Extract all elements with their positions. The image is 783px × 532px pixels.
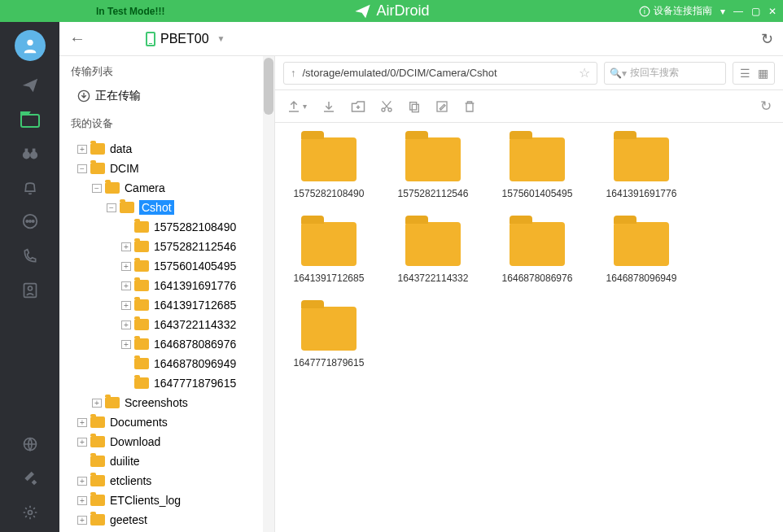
folder-item[interactable]: 1646878086976 (498, 222, 576, 284)
download-button[interactable] (322, 99, 336, 114)
expand-icon[interactable]: + (77, 418, 87, 427)
folder-label: 1647771879615 (294, 357, 365, 368)
expand-icon[interactable]: + (92, 399, 102, 408)
tree-node[interactable]: +1641391712685 (59, 295, 274, 315)
folder-item[interactable]: 1575282108490 (290, 137, 368, 199)
tree-node[interactable]: +Download (59, 432, 274, 451)
expand-icon[interactable]: + (77, 496, 87, 505)
folder-item[interactable]: 1643722114332 (394, 222, 472, 284)
tree-label: 1641391691776 (154, 279, 236, 292)
folder-icon (90, 456, 105, 467)
up-arrow-icon[interactable]: ↑ (291, 67, 296, 79)
tree-node[interactable]: −Cshot (59, 198, 274, 217)
scrollbar-thumb[interactable] (264, 58, 273, 115)
svg-point-10 (28, 220, 30, 222)
tree-label: 1646878096949 (154, 357, 236, 370)
expand-icon[interactable]: + (121, 301, 131, 310)
avatar[interactable] (15, 30, 46, 61)
folder-label: 1575601405495 (502, 188, 573, 199)
maximize-button[interactable]: ▢ (751, 6, 760, 17)
favorite-star-icon[interactable]: ☆ (579, 65, 590, 81)
tree-node[interactable]: 1575282108490 (59, 217, 274, 237)
tree-node[interactable]: +geetest (59, 510, 274, 530)
folder-item[interactable]: 1575601405495 (498, 137, 576, 199)
bell-icon[interactable] (20, 178, 40, 198)
folder-icon (510, 222, 565, 266)
call-icon[interactable] (20, 246, 40, 266)
folder-icon (90, 514, 105, 525)
tree-node[interactable]: 1646878096949 (59, 354, 274, 373)
svg-text:i: i (644, 7, 645, 15)
expand-icon[interactable]: + (121, 340, 131, 349)
globe-icon[interactable] (20, 434, 40, 454)
settings-icon[interactable] (20, 503, 40, 522)
delete-button[interactable] (463, 99, 476, 114)
tree-node[interactable]: −DCIM (59, 159, 274, 178)
folder-item[interactable]: 1641391691776 (602, 137, 680, 199)
folder-grid: 1575282108490157528211254615756014054951… (275, 123, 783, 532)
new-folder-button[interactable] (351, 100, 365, 113)
expand-icon[interactable]: + (121, 262, 131, 271)
copy-button[interactable] (408, 99, 421, 114)
files-icon[interactable] (20, 110, 40, 129)
expand-icon[interactable]: + (121, 242, 131, 251)
svg-rect-3 (21, 115, 39, 127)
collapse-icon[interactable]: − (107, 203, 116, 212)
tree-node[interactable]: +data (59, 139, 274, 159)
collapse-icon[interactable]: − (77, 164, 87, 173)
search-icon: 🔍▾ (610, 68, 627, 79)
tree-node[interactable]: −Camera (59, 178, 274, 198)
binoculars-icon[interactable] (20, 144, 40, 164)
connection-guide-link[interactable]: i 设备连接指南 (639, 4, 712, 18)
minimize-button[interactable]: — (733, 6, 743, 17)
svg-point-13 (28, 286, 32, 290)
collapse-icon[interactable]: − (92, 184, 102, 193)
tree-node[interactable]: +Documents (59, 412, 274, 432)
tree-label: ETClients_log (110, 494, 181, 507)
expand-icon[interactable]: + (121, 281, 131, 290)
folder-icon (614, 137, 669, 181)
tree-node[interactable]: 1647771879615 (59, 373, 274, 393)
tree-node[interactable]: +Screenshots (59, 393, 274, 412)
expand-icon[interactable]: + (77, 145, 87, 154)
list-view-button[interactable]: ☰ (737, 65, 753, 81)
path-box[interactable]: ↑ /storage/emulated/0/DCIM/Camera/Cshot … (283, 62, 597, 85)
folder-label: 1646878096949 (606, 273, 677, 284)
expand-icon[interactable]: + (77, 438, 87, 447)
contacts-icon[interactable] (20, 281, 40, 300)
folder-item[interactable]: 1575282112546 (394, 137, 472, 199)
message-icon[interactable] (20, 212, 40, 232)
folder-item[interactable]: 1641391712685 (290, 222, 368, 284)
expand-icon[interactable]: + (77, 477, 87, 486)
upload-button[interactable]: ▾ (287, 99, 307, 114)
minimize-to-tray-button[interactable]: ▾ (720, 6, 725, 17)
scrollbar-track[interactable] (263, 56, 274, 532)
close-button[interactable]: ✕ (768, 6, 776, 17)
cut-button[interactable] (380, 99, 393, 114)
tree-node[interactable]: +1575282112546 (59, 237, 274, 256)
expand-icon[interactable]: + (121, 321, 131, 329)
tree-node[interactable]: +1643722114332 (59, 315, 274, 334)
folder-tree: +data−DCIM−Camera−Cshot1575282108490+157… (59, 136, 274, 532)
search-box[interactable]: 🔍▾ 按回车搜索 (604, 62, 726, 85)
tree-node[interactable]: +1646878086976 (59, 334, 274, 354)
refresh-files-button[interactable]: ↻ (760, 98, 772, 115)
tree-label: etclients (110, 474, 151, 487)
tools-icon[interactable] (20, 469, 40, 488)
send-icon[interactable] (20, 76, 40, 95)
grid-view-button[interactable]: ▦ (755, 65, 771, 81)
tree-node[interactable]: +etclients (59, 471, 274, 491)
transferring-row[interactable]: 正在传输 (59, 84, 274, 111)
device-selector[interactable]: PBET00 ▼ (146, 32, 225, 46)
tree-node[interactable]: +1575601405495 (59, 256, 274, 276)
back-button[interactable]: ← (69, 29, 85, 48)
refresh-device-button[interactable]: ↻ (761, 30, 773, 48)
tree-node[interactable]: duilite (59, 451, 274, 471)
paper-plane-icon (353, 2, 371, 20)
expand-icon[interactable]: + (77, 516, 87, 525)
tree-node[interactable]: +ETClients_log (59, 491, 274, 510)
folder-item[interactable]: 1646878096949 (602, 222, 680, 284)
edit-button[interactable] (435, 100, 448, 113)
folder-item[interactable]: 1647771879615 (290, 307, 368, 368)
tree-node[interactable]: +1641391691776 (59, 276, 274, 295)
